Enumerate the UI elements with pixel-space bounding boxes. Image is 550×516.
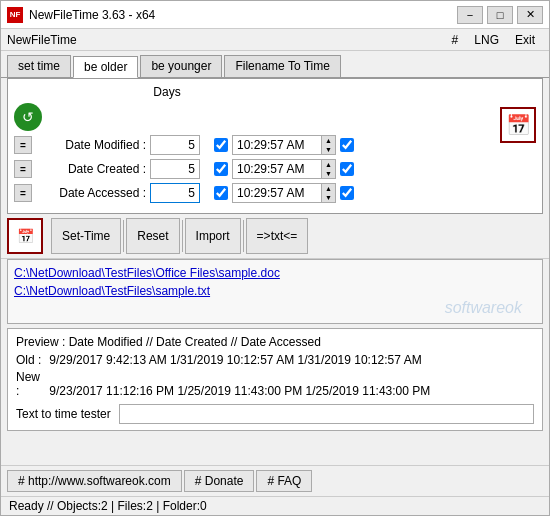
date-accessed-spin-down[interactable]: ▼: [322, 193, 335, 202]
maximize-button[interactable]: □: [487, 6, 513, 24]
website-link-button[interactable]: # http://www.softwareok.com: [7, 470, 182, 492]
date-modified-time-checkbox[interactable]: [214, 138, 228, 152]
set-time-button[interactable]: Set-Time: [51, 218, 121, 254]
date-accessed-label: Date Accessed :: [36, 186, 146, 200]
date-created-minus-btn[interactable]: =: [14, 160, 32, 178]
date-modified-spin-up[interactable]: ▲: [322, 136, 335, 145]
preview-header: Preview : Date Modified // Date Created …: [16, 335, 534, 349]
donate-link-button[interactable]: # Donate: [184, 470, 255, 492]
bottom-links: # http://www.softwareok.com # Donate # F…: [1, 465, 549, 496]
import-button[interactable]: Import: [185, 218, 241, 254]
date-modified-label: Date Modified :: [36, 138, 146, 152]
date-created-label: Date Created :: [36, 162, 146, 176]
menu-bar: NewFileTime # LNG Exit: [1, 29, 549, 51]
preview-new-row: New : 9/23/2017 11:12:16 PM 1/25/2019 11…: [16, 370, 534, 398]
close-button[interactable]: ✕: [517, 6, 543, 24]
status-text: Ready // Objects:2 | Files:2 | Folder:0: [9, 499, 207, 513]
date-modified-days-input[interactable]: [150, 135, 200, 155]
preview-old-value: 9/29/2017 9:42:13 AM 1/31/2019 10:12:57 …: [49, 353, 421, 367]
toolbar-icon-left: 📅: [7, 218, 43, 254]
date-accessed-days-input[interactable]: [150, 183, 200, 203]
date-modified-time-input[interactable]: [232, 135, 322, 155]
date-created-row: = Date Created : ▲ ▼: [14, 159, 494, 179]
watermark: softwareok: [445, 299, 522, 317]
tab-be-older[interactable]: be older: [73, 56, 138, 78]
date-created-spin-down[interactable]: ▼: [322, 169, 335, 178]
bottom-toolbar: 📅 Set-Time Reset Import =>txt<=: [1, 214, 549, 259]
date-modified-time-group: ▲ ▼: [232, 135, 336, 155]
be-older-panel: Days ↺ =: [7, 78, 543, 214]
tester-row: Text to time tester: [16, 404, 534, 424]
refresh-icon[interactable]: ↺: [14, 103, 42, 131]
status-bar: Ready // Objects:2 | Files:2 | Folder:0: [1, 496, 549, 515]
tabs-bar: set time be older be younger Filename To…: [1, 51, 549, 78]
date-modified-row: = Date Modified : ▲ ▼: [14, 135, 494, 155]
date-modified-spin-down[interactable]: ▼: [322, 145, 335, 154]
preview-old-label: Old :: [16, 353, 46, 367]
file-item-1: C:\NetDownload\TestFiles\Office Files\sa…: [14, 264, 536, 282]
date-created-time-checkbox[interactable]: [214, 162, 228, 176]
preview-new-label: New :: [16, 370, 46, 398]
date-modified-spin[interactable]: ▲ ▼: [322, 135, 336, 155]
file-item-2: C:\NetDownload\TestFiles\sample.txt: [14, 282, 536, 300]
date-created-days-input[interactable]: [150, 159, 200, 179]
app-name-label: NewFileTime: [7, 33, 77, 47]
date-accessed-checkbox[interactable]: [340, 186, 354, 200]
tab-set-time[interactable]: set time: [7, 55, 71, 77]
date-created-checkbox[interactable]: [340, 162, 354, 176]
date-accessed-spin-up[interactable]: ▲: [322, 184, 335, 193]
date-accessed-time-group: ▲ ▼: [232, 183, 336, 203]
date-accessed-spin[interactable]: ▲ ▼: [322, 183, 336, 203]
preview-area: Preview : Date Modified // Date Created …: [7, 328, 543, 431]
date-accessed-row: = Date Accessed : ▲ ▼: [14, 183, 494, 203]
calendar-icon: 📅: [500, 107, 536, 143]
tab-filename-to-time[interactable]: Filename To Time: [224, 55, 340, 77]
days-header-label: Days: [153, 85, 180, 99]
date-created-time-input[interactable]: [232, 159, 322, 179]
menu-hash[interactable]: #: [444, 31, 467, 49]
faq-link-button[interactable]: # FAQ: [256, 470, 312, 492]
date-created-time-group: ▲ ▼: [232, 159, 336, 179]
menu-lng[interactable]: LNG: [466, 31, 507, 49]
window-title: NewFileTime 3.63 - x64: [29, 8, 457, 22]
date-modified-checkbox[interactable]: [340, 138, 354, 152]
file-list-area: C:\NetDownload\TestFiles\Office Files\sa…: [7, 259, 543, 324]
txt-button[interactable]: =>txt<=: [246, 218, 309, 254]
date-accessed-time-input[interactable]: [232, 183, 322, 203]
date-created-spin-up[interactable]: ▲: [322, 160, 335, 169]
reset-button[interactable]: Reset: [126, 218, 179, 254]
preview-old-row: Old : 9/29/2017 9:42:13 AM 1/31/2019 10:…: [16, 353, 534, 367]
app-icon: NF: [7, 7, 23, 23]
date-modified-minus-btn[interactable]: =: [14, 136, 32, 154]
date-accessed-minus-btn[interactable]: =: [14, 184, 32, 202]
preview-new-value: 9/23/2017 11:12:16 PM 1/25/2019 11:43:00…: [49, 384, 430, 398]
menu-exit[interactable]: Exit: [507, 31, 543, 49]
tester-label: Text to time tester: [16, 407, 111, 421]
date-accessed-time-checkbox[interactable]: [214, 186, 228, 200]
minimize-button[interactable]: −: [457, 6, 483, 24]
window-controls: − □ ✕: [457, 6, 543, 24]
date-created-spin[interactable]: ▲ ▼: [322, 159, 336, 179]
tester-input[interactable]: [119, 404, 534, 424]
tab-be-younger[interactable]: be younger: [140, 55, 222, 77]
